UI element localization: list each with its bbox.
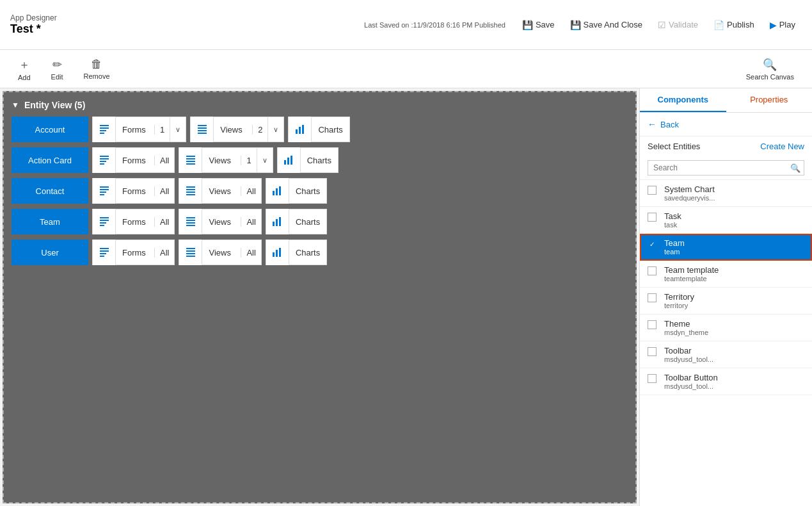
create-new-link[interactable]: Create New	[760, 142, 804, 151]
header-right: Last Saved on :11/9/2018 6:16 PM Publish…	[364, 17, 802, 33]
play-button[interactable]: ▶ Play	[763, 17, 802, 33]
remove-button[interactable]: 🗑 Remove	[76, 55, 118, 83]
toolbar: ＋ Add ✏ Edit 🗑 Remove 🔍 Search Canvas	[0, 50, 812, 88]
svg-rect-53	[276, 250, 278, 257]
entity-item-text: Territory territory	[664, 292, 694, 309]
publish-button[interactable]: 📄 Publish	[707, 17, 761, 33]
views-arrow[interactable]: ∨	[267, 117, 283, 142]
svg-rect-12	[100, 158, 109, 159]
save-and-close-button[interactable]: 💾 Save And Close	[564, 17, 649, 33]
forms-block: Forms All	[92, 209, 175, 234]
svg-rect-23	[100, 189, 109, 190]
entity-item-name: Task	[664, 211, 681, 221]
list-item[interactable]: Territory territory	[640, 288, 812, 314]
entity-item-name: Territory	[664, 292, 694, 302]
panel-content: ← Back Select Entities Create New 🔍 Syst…	[640, 113, 812, 506]
entity-item-text: Toolbar msdyusd_tool...	[664, 346, 713, 363]
list-item[interactable]: Theme msdyn_theme	[640, 314, 812, 341]
svg-rect-31	[276, 188, 278, 195]
svg-rect-0	[100, 125, 109, 126]
svg-rect-29	[186, 194, 195, 195]
views-label: Views	[202, 156, 241, 165]
entity-item-name: Theme	[664, 319, 708, 329]
edit-icon: ✏	[52, 58, 62, 72]
charts-icon	[266, 178, 289, 204]
svg-rect-48	[186, 248, 195, 249]
entity-header: ▼ Entity View (5)	[12, 100, 628, 110]
entity-item-sub: msdyusd_tool...	[664, 382, 718, 390]
entity-label[interactable]: Team	[12, 209, 88, 234]
forms-count: All	[154, 217, 174, 227]
select-entities-label: Select Entities	[648, 142, 700, 151]
list-item[interactable]: Toolbar Button msdyusd_tool...	[640, 368, 812, 395]
publish-icon: 📄	[713, 20, 724, 30]
views-label: Views	[202, 217, 241, 227]
checkbox[interactable]	[648, 347, 657, 356]
views-icon	[179, 240, 202, 265]
views-arrow[interactable]: ∨	[257, 147, 273, 173]
svg-rect-3	[100, 133, 104, 134]
list-item[interactable]: Toolbar msdyusd_tool...	[640, 341, 812, 368]
svg-rect-34	[100, 220, 109, 221]
tab-properties[interactable]: Properties	[726, 88, 813, 112]
svg-rect-43	[279, 217, 281, 226]
forms-icon	[93, 240, 116, 265]
search-input[interactable]	[648, 160, 804, 175]
checkbox[interactable]: ✓	[648, 240, 657, 249]
edit-button[interactable]: ✏ Edit	[44, 55, 71, 83]
svg-rect-52	[273, 252, 275, 257]
entity-label[interactable]: Action Card	[12, 147, 88, 173]
save-and-close-label: Save And Close	[584, 20, 643, 29]
entity-row: Account Forms 1 ∨ Views 2 ∨ Charts	[12, 117, 628, 142]
checkbox[interactable]	[648, 293, 657, 302]
views-block: Views 1 ∨	[179, 147, 273, 173]
svg-rect-54	[279, 248, 281, 257]
svg-rect-24	[100, 192, 106, 193]
charts-block: Charts	[266, 240, 327, 265]
save-button[interactable]: 💾 Save	[516, 17, 561, 33]
checkbox[interactable]	[648, 186, 657, 195]
validate-button[interactable]: ☑ Validate	[651, 17, 705, 33]
checkbox-col	[648, 213, 660, 222]
forms-icon	[93, 209, 116, 234]
entity-label[interactable]: Account	[12, 117, 88, 142]
forms-label: Forms	[116, 217, 154, 227]
forms-icon	[93, 178, 116, 204]
svg-rect-9	[299, 127, 301, 134]
forms-arrow[interactable]: ∨	[170, 117, 186, 142]
forms-count: All	[154, 186, 174, 196]
collapse-icon[interactable]: ▼	[12, 101, 19, 110]
svg-rect-49	[186, 250, 195, 252]
list-item[interactable]: System Chart savedqueryvis...	[640, 180, 812, 207]
charts-icon	[266, 209, 289, 234]
charts-label: Charts	[289, 186, 326, 196]
checkbox[interactable]	[648, 266, 657, 275]
entity-item-text: Toolbar Button msdyusd_tool...	[664, 373, 718, 390]
charts-label: Charts	[289, 248, 326, 257]
checkbox[interactable]	[648, 213, 657, 222]
canvas: ▼ Entity View (5) Account Forms 1 ∨ View…	[3, 91, 637, 503]
remove-icon: 🗑	[91, 58, 102, 71]
views-block: Views 2 ∨	[190, 117, 284, 142]
search-canvas-button[interactable]: 🔍 Search Canvas	[738, 55, 802, 83]
list-item[interactable]: Task task	[640, 207, 812, 234]
search-canvas-label: Search Canvas	[746, 73, 794, 81]
svg-rect-16	[186, 158, 195, 159]
add-icon: ＋	[19, 57, 30, 72]
entity-list: System Chart savedqueryvis... Task task …	[640, 180, 812, 506]
add-button[interactable]: ＋ Add	[10, 54, 38, 84]
back-row[interactable]: ← Back	[640, 113, 812, 136]
checkbox[interactable]	[648, 320, 657, 329]
list-item[interactable]: Team template teamtemplate	[640, 261, 812, 288]
charts-block: Charts	[288, 117, 349, 142]
entity-label[interactable]: Contact	[12, 178, 88, 204]
svg-rect-36	[100, 225, 104, 226]
entity-view-title: Entity View (5)	[24, 100, 85, 110]
tab-components[interactable]: Components	[640, 88, 726, 112]
views-block: Views All	[179, 240, 261, 265]
panel-tabs: Components Properties	[640, 88, 812, 113]
checkbox[interactable]	[648, 374, 657, 383]
list-item[interactable]: ✓ Team team	[640, 234, 812, 261]
forms-label: Forms	[116, 156, 154, 165]
entity-label[interactable]: User	[12, 240, 88, 265]
